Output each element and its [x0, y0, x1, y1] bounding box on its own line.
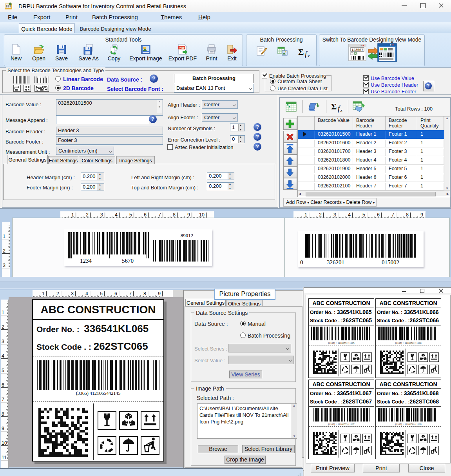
svg-text:10: 10	[2, 440, 7, 446]
svg-text:2: 2	[3, 248, 5, 254]
svg-text:10: 10	[199, 212, 205, 218]
svg-text:7: 7	[129, 291, 132, 296]
svg-text:6: 6	[377, 212, 380, 218]
svg-text:7: 7	[2, 397, 4, 402]
svg-text:5: 5	[100, 291, 103, 296]
svg-text:8: 8	[2, 411, 4, 417]
svg-text:Σ: Σ	[298, 47, 304, 57]
svg-text:8: 8	[173, 212, 176, 218]
svg-text:9: 9	[158, 291, 161, 296]
svg-text:1: 1	[42, 291, 45, 296]
svg-text:9: 9	[187, 212, 190, 218]
svg-text:PDF: PDF	[179, 46, 185, 50]
svg-text:4: 4	[348, 212, 351, 218]
svg-text:1: 1	[2, 310, 4, 315]
svg-text:3: 3	[100, 212, 103, 218]
svg-text:5: 5	[2, 368, 4, 373]
svg-text:3: 3	[2, 339, 4, 344]
svg-text:9: 9	[420, 212, 423, 218]
svg-text:x: x	[340, 108, 342, 113]
svg-text:x: x	[307, 53, 310, 58]
svg-text:4: 4	[2, 353, 4, 359]
svg-text:Σ: Σ	[331, 102, 337, 111]
svg-text:2: 2	[56, 291, 59, 296]
svg-text:6: 6	[2, 382, 4, 388]
svg-text:1: 1	[3, 234, 5, 239]
svg-text:2: 2	[2, 324, 4, 330]
svg-text:2: 2	[319, 212, 322, 218]
svg-text:7: 7	[391, 212, 394, 218]
svg-text:7: 7	[158, 212, 161, 218]
svg-text:4: 4	[115, 212, 118, 218]
svg-text:8: 8	[143, 291, 146, 296]
svg-text:1: 1	[71, 212, 74, 218]
svg-text:3: 3	[71, 291, 74, 296]
svg-text:11: 11	[2, 455, 7, 460]
svg-text:3: 3	[3, 263, 5, 268]
svg-text:4: 4	[85, 291, 88, 296]
svg-text:1: 1	[304, 212, 307, 218]
svg-text:8: 8	[406, 212, 409, 218]
svg-text:5: 5	[362, 212, 365, 218]
svg-text:9: 9	[2, 426, 4, 431]
svg-text:6: 6	[114, 291, 117, 296]
svg-text:3: 3	[333, 212, 336, 218]
svg-text:2: 2	[86, 212, 89, 218]
svg-text:6: 6	[144, 212, 147, 218]
svg-text:5: 5	[129, 212, 132, 218]
svg-text:123567: 123567	[351, 48, 363, 52]
